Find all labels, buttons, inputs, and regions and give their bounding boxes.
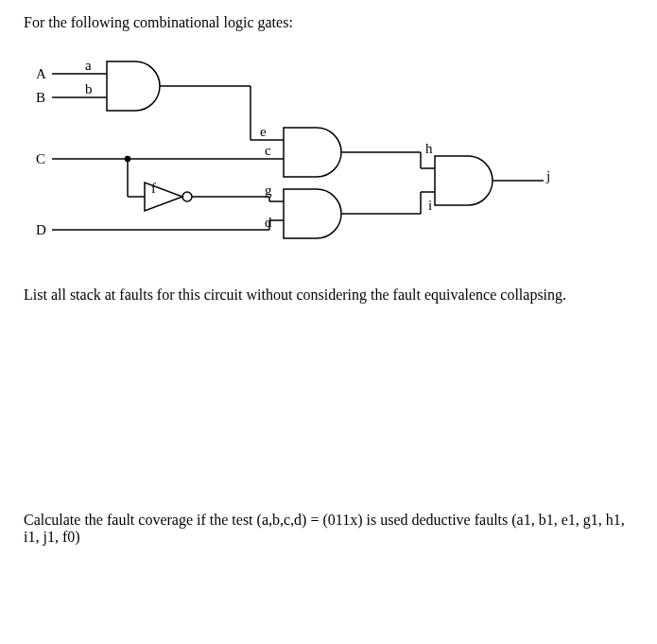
label-D: D <box>36 222 46 238</box>
label-h: h <box>425 141 433 157</box>
label-i: i <box>428 198 432 214</box>
label-C: C <box>36 151 45 167</box>
label-A: A <box>36 66 46 82</box>
circuit-diagram: A B C D a b e c f g d h i j <box>33 50 600 258</box>
label-a: a <box>85 58 92 74</box>
intro-text: For the following combinational logic ga… <box>24 14 633 31</box>
label-g: g <box>265 183 272 199</box>
circuit-svg <box>33 50 600 268</box>
label-b: b <box>85 81 93 97</box>
label-f: f <box>151 181 156 197</box>
label-d: d <box>265 215 272 231</box>
label-j: j <box>546 168 550 184</box>
label-e: e <box>260 124 267 140</box>
label-c: c <box>265 143 271 159</box>
question-1: List all stack at faults for this circui… <box>24 287 633 304</box>
question-2: Calculate the fault coverage if the test… <box>24 512 633 546</box>
label-B: B <box>36 90 45 106</box>
